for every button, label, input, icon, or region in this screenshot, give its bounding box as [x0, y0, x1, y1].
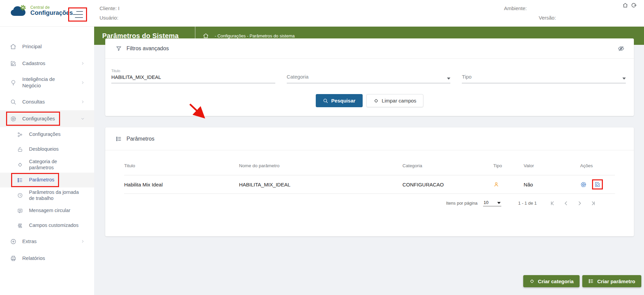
cell-categoria: CONFIGURACAO [402, 182, 493, 187]
sidebar-item-principal[interactable]: Principal [0, 38, 94, 55]
sidebar-subitem-campos-customizados[interactable]: Campos customizados [0, 218, 94, 233]
topbar: Central de Configurações Cliente: I Usuá… [0, 0, 644, 27]
sidebar-item-extras[interactable]: Extras [0, 233, 94, 250]
col-header-categoria: Categoria [402, 163, 493, 168]
cloud-logo-icon [10, 5, 28, 17]
chevron-right-icon [81, 81, 85, 85]
breadcrumb: - Configurações - Parâmetros do sistema [195, 33, 295, 39]
col-header-nome: Nome do parâmetro [239, 163, 402, 168]
parameters-table: Titulo Nome do parâmetro Categoria Tipo … [105, 150, 634, 206]
environment-label: Ambiente: [504, 5, 527, 11]
items-per-page-label: Itens por página [446, 201, 477, 206]
parameters-title: Parâmetros [127, 136, 155, 142]
create-parameter-button[interactable]: Criar parâmetro [582, 275, 641, 287]
edit-annotation-box [592, 179, 603, 189]
col-header-titulo: Titulo [124, 163, 239, 168]
logo-line1: Central de [30, 5, 73, 10]
logout-icon[interactable] [631, 2, 637, 8]
clear-fields-button[interactable]: Limpar campos [366, 94, 424, 107]
gear-icon [9, 116, 17, 122]
tipo-select[interactable]: Tipo [462, 69, 626, 83]
create-category-button[interactable]: Criar categoria [523, 275, 580, 287]
tipo-placeholder: Tipo [462, 74, 472, 80]
clock-icon [16, 193, 24, 198]
last-page-icon[interactable] [590, 200, 596, 206]
advanced-filters-card: Filtros avançados Titulo Categoria Tipo [105, 38, 634, 116]
search-icon [9, 99, 17, 105]
parameters-card: Parâmetros Titulo Nome do parâmetro Cate… [105, 127, 634, 236]
col-header-valor: Valor [524, 163, 580, 168]
pagination: Itens por página 10 1 - 1 de 1 [124, 194, 615, 206]
home-icon[interactable] [622, 2, 628, 8]
chevron-right-icon [81, 239, 85, 243]
list-icon [116, 136, 122, 142]
person-icon [493, 181, 524, 187]
cell-acoes [580, 179, 615, 189]
app-logo: Central de Configurações [10, 5, 73, 17]
row-settings-icon[interactable] [580, 181, 587, 188]
sidebar-item-configuracoes[interactable]: Configurações [0, 110, 94, 127]
tag-icon [16, 162, 24, 168]
titulo-field[interactable]: Titulo [111, 69, 275, 83]
cell-tipo [493, 181, 524, 187]
col-header-tipo: Tipo [493, 163, 524, 168]
previous-page-icon[interactable] [563, 200, 569, 206]
cell-valor: Não [524, 182, 580, 187]
chevron-right-icon [81, 61, 85, 65]
page-range-label: 1 - 1 de 1 [518, 201, 537, 206]
categoria-placeholder: Categoria [287, 74, 309, 80]
first-page-icon[interactable] [550, 200, 556, 206]
col-header-acoes: Ações [580, 163, 615, 168]
row-edit-icon[interactable] [594, 181, 600, 187]
table-header-row: Titulo Nome do parâmetro Categoria Tipo … [124, 156, 615, 175]
sidebar-item-inteligencia-de-negocio[interactable]: Inteligência de Negócio [0, 72, 94, 93]
search-button[interactable]: Pesquisar [316, 94, 363, 107]
share-nodes-icon [16, 132, 24, 138]
client-label: Cliente: I [100, 5, 119, 11]
logo-line2: Configurações [30, 10, 73, 16]
dropdown-caret-icon [622, 78, 626, 80]
sidebar-subitem-parametros-jornada[interactable]: Parâmetros da jornada de trabalho [0, 187, 94, 203]
hamburger-annotation-box [68, 7, 87, 22]
main-content: Parâmetros do Sistema - Configurações - … [94, 27, 644, 295]
version-label: Versão: [539, 15, 556, 21]
table-row: Habilita Mix Ideal HABILITA_MIX_IDEAL CO… [124, 175, 615, 194]
sidebar: Principal Cadastros Inteligência de Negó… [0, 27, 94, 295]
message-icon [16, 208, 24, 214]
dropdown-caret-icon [447, 78, 450, 80]
filter-funnel-icon [116, 46, 122, 52]
home-icon [9, 43, 17, 50]
layers-icon [16, 223, 24, 229]
sidebar-item-relatorios[interactable]: Relatórios [0, 250, 94, 267]
unlock-icon [16, 147, 24, 152]
breadcrumb-text: - Configurações - Parâmetros do sistema [215, 33, 295, 38]
titulo-field-label: Titulo [111, 69, 275, 73]
sidebar-item-cadastros[interactable]: Cadastros [0, 55, 94, 72]
sidebar-subitem-mensagem-circular[interactable]: Mensagem circular [0, 203, 94, 218]
user-label: Usuário: [100, 15, 118, 21]
dropdown-caret-icon [497, 202, 501, 204]
page-size-select[interactable]: 10 [483, 200, 501, 206]
next-page-icon[interactable] [577, 200, 583, 206]
hamburger-menu-icon[interactable] [72, 11, 83, 18]
list-icon [16, 177, 24, 183]
sidebar-item-consultas[interactable]: Consultas [0, 93, 94, 110]
sidebar-subitem-desbloqueios[interactable]: Desbloqueios [0, 142, 94, 157]
chevron-right-icon [81, 100, 85, 104]
sidebar-subitem-parametros[interactable]: Parâmetros [0, 173, 94, 187]
plus-circle-icon [9, 238, 17, 245]
printer-icon [9, 255, 17, 262]
cell-titulo: Habilita Mix Ideal [124, 182, 239, 187]
sidebar-subitem-configuracoes[interactable]: Configurações [0, 127, 94, 142]
categoria-select[interactable]: Categoria [287, 69, 451, 83]
edit-icon [9, 60, 17, 67]
breadcrumb-home-icon[interactable] [203, 33, 209, 39]
titulo-input[interactable] [111, 75, 275, 80]
cell-nome: HABILITA_MIX_IDEAL [239, 182, 402, 187]
filters-title: Filtros avançados [127, 46, 169, 52]
chevron-down-icon [81, 117, 85, 121]
lightbulb-icon [9, 80, 17, 86]
sidebar-subitem-categoria-de-parametros[interactable]: Categoria de parâmetros [0, 157, 94, 173]
eye-off-icon[interactable] [618, 45, 624, 52]
